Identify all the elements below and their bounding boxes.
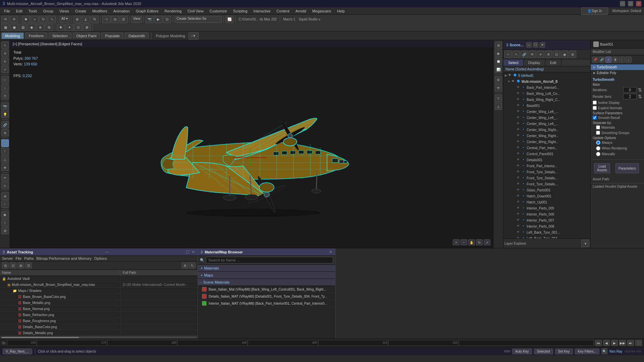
element-tool[interactable]: ◈ [1, 164, 9, 171]
viewport-pan[interactable]: ✋ [468, 239, 475, 245]
display-floater-btn[interactable]: 👁 [495, 84, 502, 92]
render-setup-tool[interactable]: 🔲 [495, 58, 502, 65]
xform-btn4[interactable]: ⊠ [83, 24, 91, 31]
align-btn[interactable]: ⊟ [111, 16, 119, 23]
ts-when-rendering-radio[interactable] [596, 146, 600, 150]
filter2-btn[interactable]: ◬ [495, 103, 502, 110]
menu-rendering[interactable]: Rendering [162, 8, 184, 14]
mod-link-btn[interactable]: 🔗 [599, 57, 605, 63]
scale-btn[interactable]: ⤡ [48, 16, 56, 23]
xform-btn2[interactable]: ✦ [65, 24, 73, 31]
move-tool[interactable]: ✛ [1, 50, 9, 57]
mb-close[interactable]: ✕ [329, 250, 332, 254]
close-button[interactable]: ✕ [636, 1, 641, 6]
mb-mat-row-details[interactable]: Details_Italian_MAT (VRayMtl) [Details00… [198, 293, 335, 300]
sphere-tool[interactable]: ○ [1, 84, 9, 92]
box-tool[interactable]: □ [1, 76, 9, 83]
mesh-btn-1[interactable]: ▦ [1, 24, 9, 31]
scene-tab-edit[interactable]: Edit [545, 59, 561, 66]
create-selection-dropdown[interactable]: Create Selection Se [175, 16, 222, 23]
tab-selection[interactable]: Selection [49, 33, 71, 39]
maximize-button[interactable]: ☐ [628, 1, 633, 6]
tab-object-paint[interactable]: Object Paint [73, 33, 100, 39]
scene-link-btn[interactable]: 🔗 [521, 51, 528, 58]
asset-tracking-minimize[interactable]: — [105, 250, 109, 254]
link-tool[interactable]: 🔗 [1, 121, 9, 128]
vertex-tool[interactable]: · [1, 139, 9, 147]
snap3d-btn[interactable]: ⊞ [73, 16, 81, 23]
at-row-vault[interactable]: 🔒 Autodesk Vault [0, 276, 198, 282]
at-row-img-3[interactable]: 🖼 Base_Normal.png [0, 306, 198, 312]
ts-iterations-input[interactable] [623, 87, 637, 93]
rotate-btn[interactable]: ↻ [39, 16, 47, 23]
at-scrollbar[interactable] [0, 336, 198, 339]
viewport-zoom-in[interactable]: + [453, 239, 460, 245]
viewport-zoom-out[interactable]: − [461, 239, 467, 245]
schematic-tool[interactable]: ⊞ [1, 227, 9, 234]
menu-file[interactable]: File [1, 8, 13, 14]
mod-delete-btn[interactable]: 🗑 [612, 57, 618, 63]
at-row-img-4[interactable]: 🖼 Base_Refraction.png [0, 312, 198, 318]
face-tool[interactable]: △ [1, 156, 9, 163]
menu-arnold[interactable]: Arnold [293, 8, 309, 14]
at-settings-btn[interactable]: ⚙ [181, 262, 188, 268]
timeline-ruler[interactable]: 160 170 180 190 200 210 220 [7, 340, 594, 346]
scene-view2-btn[interactable]: ◉ [561, 51, 568, 58]
menu-modifiers[interactable]: Modifiers [90, 8, 110, 14]
mesh-btn-3[interactable]: ▨ [19, 24, 27, 31]
menu-customize[interactable]: Customize [207, 8, 230, 14]
search-status-btn[interactable]: 🔍 [601, 348, 607, 354]
mb-section-scene-materials[interactable]: - Scene Materials Base_Italian_Mat (VRay… [198, 279, 335, 307]
asset-tracking-close[interactable]: ✕ [192, 250, 195, 254]
ts-always-radio[interactable] [596, 140, 600, 145]
ts-iterations-spinner[interactable]: ⇅ [638, 87, 642, 93]
mod-anim-btn[interactable]: A [605, 57, 611, 63]
bind-tool[interactable]: ⊗ [1, 129, 9, 136]
scene-item-24[interactable]: 👁 🔹 Left_Back_Tyre_001... [503, 229, 590, 235]
scene-close-btn[interactable]: ✕ [540, 42, 545, 48]
curve-editor-tool[interactable]: ⌇ [1, 219, 9, 226]
snap-dropdown[interactable]: All ▾ [60, 16, 69, 23]
mod-up-btn[interactable]: ↑ [619, 57, 625, 63]
ts-manually-radio[interactable] [596, 152, 600, 156]
mod-pin-btn[interactable]: 📌 [592, 57, 598, 63]
scene-item-11[interactable]: 👁 🔹 Control_Panel001 [503, 151, 590, 157]
scene-item-13[interactable]: 👁 🔹 Front_Part_Interior... [503, 163, 590, 169]
curve-editor-btn[interactable]: 📈 [225, 16, 233, 23]
snap-angle-btn[interactable]: ∡ [82, 16, 90, 23]
layer-btn[interactable]: ☰ [120, 16, 128, 23]
menu-interactive[interactable]: Interactive [251, 8, 273, 14]
menu-scripting[interactable]: Scripting [230, 8, 250, 14]
ts-isoline-check[interactable] [593, 101, 597, 105]
xform-btn3[interactable]: ⊡ [74, 24, 82, 31]
mb-section-materials[interactable]: + Materials [198, 265, 335, 272]
rotate-tool[interactable]: ↻ [1, 58, 9, 65]
xform-btn[interactable]: ✚ [57, 24, 65, 31]
menu-animation[interactable]: Animation [111, 8, 132, 14]
vray-button[interactable]: V_Ray_Next_... [3, 349, 32, 354]
sign-in-button[interactable]: 👤 Sign In [581, 7, 608, 15]
edge-tool[interactable]: / [1, 147, 9, 155]
menu-graph-editors[interactable]: Graph Editors [133, 8, 161, 14]
render-btn[interactable]: ▶ [154, 16, 162, 23]
scene-display-btn[interactable]: 👁 [529, 51, 536, 58]
snap-pct-btn[interactable]: % [91, 16, 99, 23]
scene-item-10[interactable]: 👁 🔹 Central_Part_Interi... [503, 145, 590, 151]
move-btn[interactable]: ⟡ [31, 16, 39, 23]
menu-content[interactable]: Content [274, 8, 292, 14]
scene-explorer-btn[interactable]: ⊞ [495, 42, 502, 49]
ts-smooth-check[interactable] [593, 116, 597, 120]
at-menu-paths[interactable]: Paths [24, 256, 34, 260]
asset-tracking-maximize[interactable]: ☐ [186, 250, 190, 254]
scene-item-19[interactable]: 👁 🔹 Hatch_Up001 [503, 199, 590, 205]
mesh-btn-2[interactable]: ▣ [10, 24, 18, 31]
menu-edit[interactable]: Edit [13, 8, 25, 14]
tab-modeling[interactable]: Modeling [1, 33, 24, 39]
scene-item-2[interactable]: 👁 🔹 Back_Wing_Right_C... [503, 97, 590, 103]
menu-help[interactable]: Help [334, 8, 347, 14]
camera-tool[interactable]: 📷 [1, 103, 9, 110]
scene-maximize-btn[interactable]: ☐ [533, 42, 538, 48]
load-assets-button[interactable]: Load Assets [594, 163, 610, 173]
tab-freeform[interactable]: Freeform [25, 33, 48, 39]
ts-render-spinner[interactable]: ⇅ [638, 94, 642, 99]
